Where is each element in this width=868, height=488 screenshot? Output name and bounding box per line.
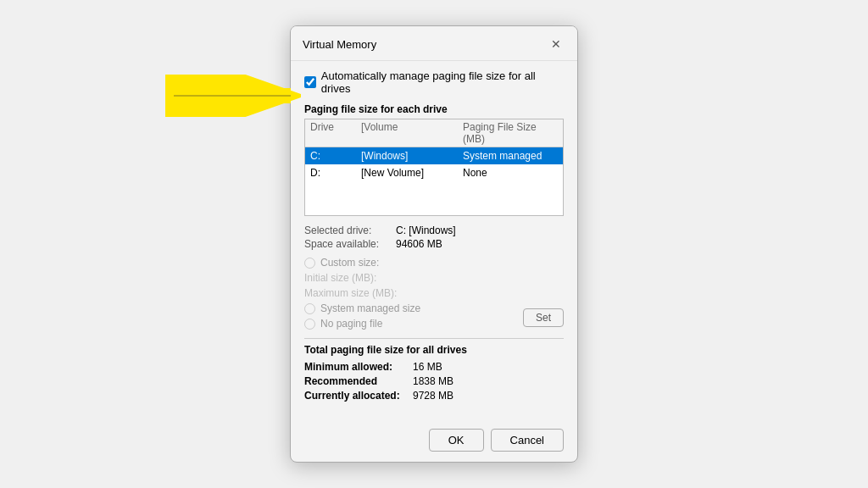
auto-manage-label[interactable]: Automatically manage paging file size fo… — [321, 69, 564, 95]
set-button[interactable]: Set — [523, 308, 564, 327]
minimum-allowed-row: Minimum allowed: 16 MB — [304, 361, 564, 373]
dialog-footer: OK Cancel — [291, 422, 577, 462]
dialog-title: Virtual Memory — [303, 38, 376, 51]
no-paging-row: No paging file — [304, 318, 518, 330]
auto-manage-checkbox[interactable] — [304, 76, 316, 88]
system-managed-radio[interactable] — [304, 303, 315, 314]
drive-volume: [New Volume] — [361, 167, 463, 179]
custom-size-row: Custom size: — [304, 257, 564, 269]
currently-allocated-value: 9728 MB — [413, 390, 453, 402]
currently-allocated-row: Currently allocated: 9728 MB — [304, 390, 564, 402]
drive-info: Selected drive: C: [Windows] Space avail… — [304, 225, 564, 250]
maximum-size-row: Maximum size (MB): — [304, 287, 564, 299]
drive-letter: D: — [310, 167, 361, 179]
system-paging-row: System managed size No paging file Set — [304, 302, 564, 333]
annotation-arrow — [165, 75, 301, 119]
dialog-body: Automatically manage paging file size fo… — [291, 61, 577, 422]
minimum-allowed-value: 16 MB — [413, 361, 442, 373]
drive-letter: C: — [310, 150, 361, 162]
drives-section-label: Paging file size for each drive — [304, 103, 564, 115]
table-body: C: [Windows] System managed D: [New Volu… — [305, 147, 563, 215]
total-section: Total paging file size for all drives Mi… — [304, 344, 564, 402]
drive-volume: [Windows] — [361, 150, 463, 162]
custom-size-radio[interactable] — [304, 258, 315, 269]
table-row[interactable]: D: [New Volume] None — [305, 164, 563, 181]
currently-allocated-label: Currently allocated: — [304, 390, 406, 402]
system-managed-label: System managed size — [320, 302, 420, 314]
custom-size-label: Custom size: — [320, 257, 379, 269]
no-paging-radio[interactable] — [304, 319, 315, 330]
ok-button[interactable]: OK — [429, 429, 484, 452]
divider — [304, 338, 564, 339]
col-volume: [Volume — [361, 121, 463, 145]
initial-size-label: Initial size (MB): — [304, 272, 564, 284]
maximum-size-label: Maximum size (MB): — [304, 287, 564, 299]
selected-drive-row: Selected drive: C: [Windows] — [304, 225, 564, 236]
col-paging-size: Paging File Size (MB) — [463, 121, 558, 145]
system-managed-row: System managed size — [304, 302, 518, 314]
cancel-button[interactable]: Cancel — [491, 429, 564, 452]
drive-table: Drive [Volume Paging File Size (MB) C: [… — [304, 119, 564, 216]
auto-manage-row: Automatically manage paging file size fo… — [304, 69, 564, 95]
col-drive: Drive — [310, 121, 361, 145]
total-section-title: Total paging file size for all drives — [304, 344, 564, 356]
drive-paging: None — [463, 167, 558, 179]
recommended-value: 1838 MB — [413, 375, 453, 387]
space-available-label: Space available: — [304, 238, 389, 250]
close-button[interactable]: ✕ — [547, 35, 565, 53]
no-paging-label: No paging file — [320, 318, 382, 330]
table-header: Drive [Volume Paging File Size (MB) — [305, 119, 563, 147]
recommended-label: Recommended — [304, 375, 406, 387]
space-available-row: Space available: 94606 MB — [304, 238, 564, 250]
table-row[interactable]: C: [Windows] System managed — [305, 147, 563, 164]
recommended-row: Recommended 1838 MB — [304, 375, 564, 387]
initial-size-row: Initial size (MB): — [304, 272, 564, 284]
virtual-memory-dialog: Virtual Memory ✕ Automatically manage pa… — [290, 25, 578, 463]
space-available-value: 94606 MB — [396, 238, 442, 250]
title-bar: Virtual Memory ✕ — [291, 26, 577, 61]
drive-paging: System managed — [463, 150, 558, 162]
selected-drive-value: C: [Windows] — [396, 225, 456, 236]
minimum-allowed-label: Minimum allowed: — [304, 361, 406, 373]
selected-drive-label: Selected drive: — [304, 225, 389, 236]
